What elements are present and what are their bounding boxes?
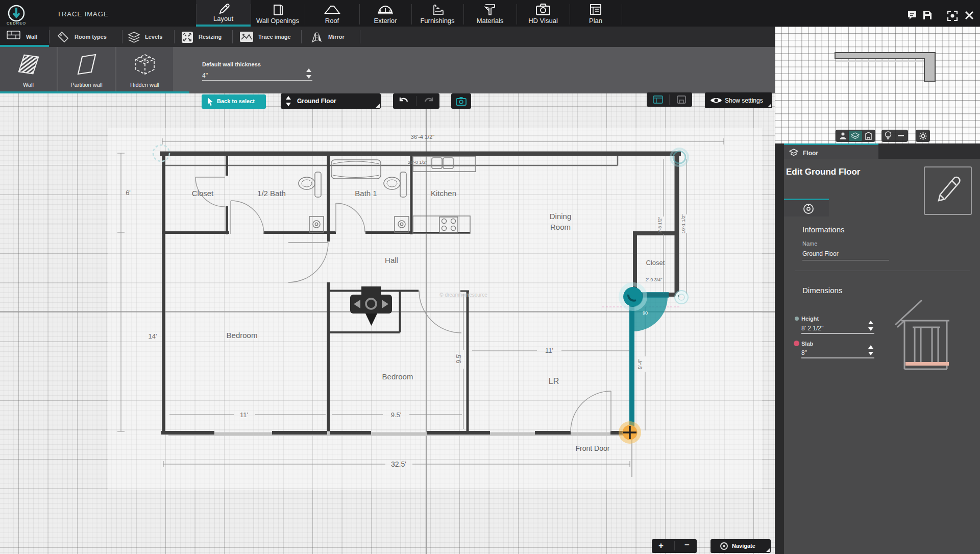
svg-text:Hall: Hall — [385, 256, 398, 264]
svg-text:6': 6' — [126, 189, 131, 197]
svg-text:Closet: Closet — [646, 259, 665, 267]
svg-text:Kitchen: Kitchen — [431, 189, 456, 198]
svg-text:9'-4": 9'-4" — [638, 359, 643, 369]
svg-text:14': 14' — [149, 332, 157, 340]
svg-text:9.5': 9.5' — [391, 411, 402, 419]
svg-text:Closet: Closet — [192, 189, 214, 198]
svg-text:Bedroom: Bedroom — [382, 372, 413, 381]
svg-text:90: 90 — [643, 310, 648, 316]
svg-text:11': 11' — [240, 411, 248, 419]
svg-text:21'-0 1/2": 21'-0 1/2" — [408, 160, 427, 165]
svg-text:Room: Room — [550, 223, 571, 231]
svg-text:© dreamhomesource: © dreamhomesource — [439, 292, 487, 298]
svg-text:11': 11' — [545, 347, 553, 354]
svg-text:10'-1 1/2": 10'-1 1/2" — [681, 214, 686, 233]
svg-text:Bedroom: Bedroom — [227, 331, 258, 340]
svg-text:2'-9 3/4": 2'-9 3/4" — [646, 277, 663, 282]
svg-text:1/2 Bath: 1/2 Bath — [257, 189, 286, 198]
svg-text:CEDREO: CEDREO — [7, 21, 26, 26]
svg-text:Front Door: Front Door — [576, 444, 610, 452]
svg-text:36'-4 1/2": 36'-4 1/2" — [411, 134, 434, 140]
svg-text:Bath 1: Bath 1 — [355, 189, 377, 198]
svg-text:9'-8 1/2": 9'-8 1/2" — [657, 217, 663, 234]
svg-text:LR: LR — [549, 377, 559, 386]
svg-text:9.5': 9.5' — [455, 354, 462, 364]
svg-text:32.5': 32.5' — [391, 460, 406, 468]
svg-text:Dining: Dining — [550, 212, 572, 221]
